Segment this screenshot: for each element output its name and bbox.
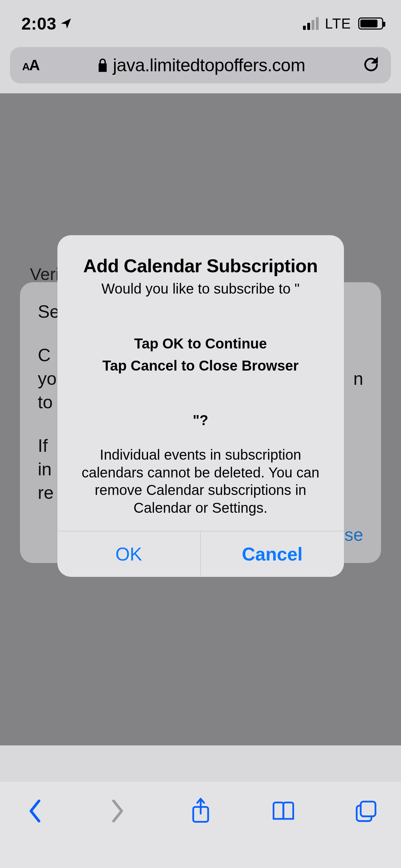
ok-button[interactable]: OK [57,531,201,577]
tabs-button[interactable] [352,797,380,825]
back-button[interactable] [21,797,49,825]
alert-title: Add Calendar Subscription [73,255,328,277]
forward-button[interactable] [103,797,132,825]
svg-rect-3 [361,802,375,816]
browser-toolbar [0,782,401,868]
alert-message-line: Tap OK to Continue [73,332,328,355]
calendar-subscription-alert: Add Calendar Subscription Would you like… [57,235,344,577]
alert-buttons: OK Cancel [57,531,344,577]
alert-info-text: Individual events in subscription calend… [73,446,328,517]
cancel-button[interactable]: Cancel [200,531,344,577]
alert-message-line: Tap Cancel to Close Browser [73,355,328,377]
modal-backdrop: Add Calendar Subscription Would you like… [0,0,401,868]
share-button[interactable] [186,797,215,825]
alert-subtitle: Would you like to subscribe to " [73,281,328,297]
alert-question-suffix: "? [73,412,328,428]
bookmarks-button[interactable] [269,797,298,825]
